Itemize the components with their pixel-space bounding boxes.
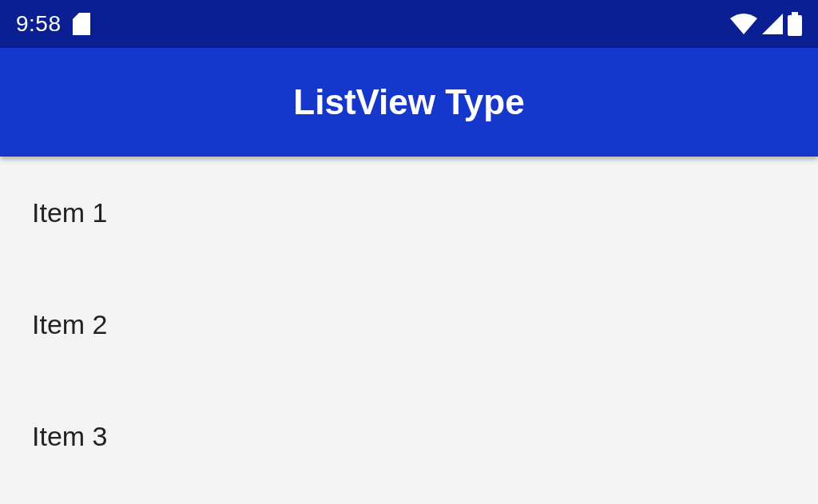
battery-icon [788,12,802,36]
sd-card-icon [73,13,90,35]
status-bar: 9:58 [0,0,818,48]
list-item[interactable]: Item 3 [0,380,818,492]
list-item[interactable]: Item 2 [0,268,818,380]
svg-rect-0 [792,12,798,15]
list-item[interactable]: Item 1 [0,157,818,268]
svg-rect-1 [788,15,802,36]
app-title: ListView Type [293,82,524,122]
wifi-icon [730,14,757,34]
list-item-label: Item 2 [32,309,107,340]
cellular-signal-icon [762,14,783,34]
list-view[interactable]: Item 1 Item 2 Item 3 [0,157,818,504]
app-bar: ListView Type [0,48,818,157]
status-time: 9:58 [16,11,62,37]
list-item-label: Item 1 [32,197,107,228]
list-item-label: Item 3 [32,421,107,452]
status-bar-left: 9:58 [16,11,90,37]
status-bar-right [730,12,802,36]
